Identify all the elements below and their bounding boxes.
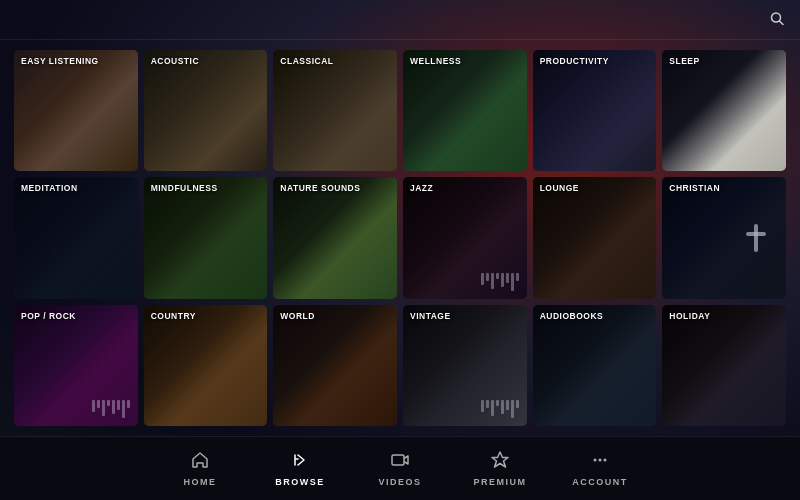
genre-card-country[interactable]: COUNTRY [144,305,268,426]
genre-overlay-acoustic [144,50,268,171]
genre-overlay-nature-sounds [273,177,397,298]
nav-label-browse: BROWSE [275,477,325,487]
card-visual-accent [481,273,519,291]
genre-card-productivity[interactable]: PRODUCTIVITY [533,50,657,171]
genre-label-country: COUNTRY [151,311,196,321]
genre-card-lounge[interactable]: LOUNGE [533,177,657,298]
genre-overlay-productivity [533,50,657,171]
genre-card-christian[interactable]: CHRISTIAN [662,177,786,298]
nav-label-home: HOME [184,477,217,487]
genre-label-holiday: HOLIDAY [669,311,710,321]
card-visual-accent [481,400,519,418]
genre-card-holiday[interactable]: HOLIDAY [662,305,786,426]
genre-card-vintage[interactable]: VINTAGE [403,305,527,426]
genre-overlay-christian [662,177,786,298]
genre-label-sleep: SLEEP [669,56,699,66]
search-button[interactable] [770,11,784,28]
svg-point-3 [594,459,597,462]
nav-icon-home [190,450,210,473]
svg-point-4 [599,459,602,462]
genre-label-world: WORLD [280,311,315,321]
genre-overlay-mindfulness [144,177,268,298]
svg-point-5 [604,459,607,462]
nav-icon-account [590,450,610,473]
top-bar [0,0,800,40]
genre-card-acoustic[interactable]: ACOUSTIC [144,50,268,171]
genre-card-wellness[interactable]: WELLNESS [403,50,527,171]
genre-card-nature-sounds[interactable]: NATURE SOUNDS [273,177,397,298]
genre-label-acoustic: ACOUSTIC [151,56,199,66]
genre-card-sleep[interactable]: SLEEP [662,50,786,171]
genre-card-meditation[interactable]: MEDITATION [14,177,138,298]
genre-card-world[interactable]: WORLD [273,305,397,426]
nav-item-browse[interactable]: BROWSE [250,437,350,500]
genre-overlay-holiday [662,305,786,426]
genre-label-productivity: PRODUCTIVITY [540,56,609,66]
bottom-nav: HOME BROWSE VIDEOS PREMIUM ACCOUNT [0,436,800,500]
genre-label-mindfulness: MINDFULNESS [151,183,218,193]
genre-card-audiobooks[interactable]: AUDIOBOOKS [533,305,657,426]
genre-grid: EASY LISTENINGACOUSTICCLASSICALWELLNESSP… [0,40,800,436]
genre-card-easy-listening[interactable]: EASY LISTENING [14,50,138,171]
genre-overlay-sleep [662,50,786,171]
search-icon [770,11,784,25]
nav-item-videos[interactable]: VIDEOS [350,437,450,500]
genre-overlay-classical [273,50,397,171]
genre-overlay-wellness [403,50,527,171]
genre-label-vintage: VINTAGE [410,311,451,321]
svg-rect-2 [392,455,404,465]
genre-card-jazz[interactable]: JAZZ [403,177,527,298]
nav-icon-videos [390,450,410,473]
genre-overlay-meditation [14,177,138,298]
genre-overlay-world [273,305,397,426]
genre-card-pop-rock[interactable]: POP / ROCK [14,305,138,426]
card-visual-accent [92,400,130,418]
genre-card-classical[interactable]: CLASSICAL [273,50,397,171]
genre-overlay-easy-listening [14,50,138,171]
genre-label-meditation: MEDITATION [21,183,78,193]
nav-label-account: ACCOUNT [572,477,628,487]
genre-label-lounge: LOUNGE [540,183,579,193]
svg-line-1 [780,21,784,25]
nav-item-home[interactable]: HOME [150,437,250,500]
genre-overlay-audiobooks [533,305,657,426]
genre-label-classical: CLASSICAL [280,56,333,66]
genre-label-pop-rock: POP / ROCK [21,311,76,321]
genre-overlay-country [144,305,268,426]
genre-label-audiobooks: AUDIOBOOKS [540,311,604,321]
genre-overlay-lounge [533,177,657,298]
genre-label-easy-listening: EASY LISTENING [21,56,99,66]
nav-item-premium[interactable]: PREMIUM [450,437,550,500]
genre-card-mindfulness[interactable]: MINDFULNESS [144,177,268,298]
christian-cross-icon [746,224,766,252]
nav-icon-browse [290,450,310,473]
nav-label-premium: PREMIUM [474,477,527,487]
genre-label-christian: CHRISTIAN [669,183,720,193]
nav-item-account[interactable]: ACCOUNT [550,437,650,500]
genre-label-jazz: JAZZ [410,183,433,193]
nav-icon-premium [490,450,510,473]
genre-label-wellness: WELLNESS [410,56,461,66]
nav-label-videos: VIDEOS [378,477,421,487]
genre-label-nature-sounds: NATURE SOUNDS [280,183,360,193]
